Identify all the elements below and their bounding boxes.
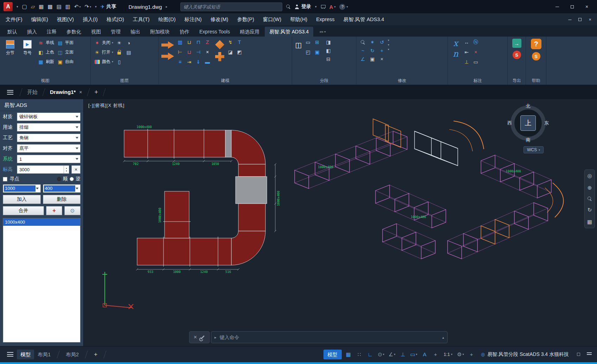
snap-icon[interactable]: ∷: [355, 350, 364, 359]
login-button[interactable]: 登录: [295, 4, 311, 10]
free-view-button[interactable]: ▣自由: [57, 58, 73, 66]
search-icon[interactable]: [286, 5, 291, 9]
command-input-box[interactable]: ▸ ▴: [211, 331, 448, 343]
cw-radio[interactable]: [57, 177, 61, 181]
layer-freeze-button[interactable]: ◑: [125, 39, 132, 47]
duct-z-icon[interactable]: Z: [204, 39, 211, 46]
menu-modify[interactable]: 修改(M): [211, 16, 229, 23]
osnap-icon[interactable]: ⊥: [399, 350, 407, 359]
ribbon-tab-collaborate[interactable]: 协作: [175, 27, 194, 37]
shading-button[interactable]: ◧上色: [37, 48, 54, 56]
app-logo[interactable]: A: [4, 2, 13, 11]
section-button[interactable]: 分节: [3, 39, 18, 78]
undo-icon[interactable]: ↶▾: [74, 4, 81, 10]
duct-riser-icon[interactable]: ⊔: [186, 39, 193, 46]
polar-tracking-icon[interactable]: ⊙▾: [377, 350, 385, 359]
model-space-toggle[interactable]: 模型: [323, 350, 342, 359]
new-layout-button[interactable]: +: [90, 350, 101, 359]
object-snap-icon[interactable]: ▭▾: [410, 350, 418, 359]
layer-color-button[interactable]: 颜色▾: [94, 58, 113, 66]
duct-drop-icon[interactable]: ⊓: [195, 39, 202, 46]
plot-icon[interactable]: ▤: [57, 4, 62, 10]
new-file-icon[interactable]: ▢: [22, 4, 27, 10]
draw-duct-icon[interactable]: [161, 41, 174, 49]
compass-east[interactable]: 东: [544, 120, 549, 126]
ribbon-tab-annotate[interactable]: 注释: [42, 27, 61, 37]
doc-restore-button[interactable]: [578, 17, 582, 22]
merge-button[interactable]: 合并: [3, 206, 44, 215]
elevation-spinner[interactable]: ▴▾: [64, 166, 69, 173]
close-button[interactable]: ×: [580, 1, 593, 12]
segment-corner-icon[interactable]: ◰: [304, 49, 312, 56]
app-store-cart-icon[interactable]: [321, 5, 326, 9]
lightning-icon[interactable]: ↯: [227, 39, 234, 46]
file-tabs-menu-icon[interactable]: [7, 90, 13, 95]
help-button[interactable]: ?▾: [339, 4, 348, 10]
save-icon[interactable]: ▦: [39, 4, 44, 10]
tab-close-icon[interactable]: ×: [79, 85, 82, 99]
panel-label-layer[interactable]: 图层: [91, 78, 158, 85]
ccw-radio[interactable]: [70, 177, 74, 181]
material-select[interactable]: 镀锌钢板: [17, 113, 81, 121]
list-item[interactable]: 1000x400: [3, 218, 80, 226]
duct-multi-icon[interactable]: ≡: [176, 58, 184, 65]
ribbon-tab-yizhi-ads[interactable]: 易智.风管 ADS3.4: [265, 27, 313, 37]
height-select[interactable]: 400: [43, 184, 81, 193]
open-file-icon[interactable]: ▱: [31, 4, 35, 10]
menu-file[interactable]: 文件(F): [6, 16, 23, 23]
dim-n-spiral-icon[interactable]: n: [451, 49, 461, 58]
ribbon-display-toggle[interactable]: ▭▾: [317, 27, 328, 37]
compass-west[interactable]: 西: [507, 120, 512, 126]
isodraft-icon[interactable]: ∠▾: [388, 350, 396, 359]
dim-number-icon[interactable]: Ⓝ: [472, 39, 479, 46]
close-commandline-icon[interactable]: ×: [194, 334, 197, 340]
wcs-button[interactable]: WCS▾: [524, 146, 544, 153]
dim-delete-icon[interactable]: ×: [472, 49, 479, 56]
rotate-ccw-icon[interactable]: ↺: [378, 39, 385, 46]
command-line-grip[interactable]: ×: [189, 331, 210, 343]
panel-label-export[interactable]: 导出: [508, 78, 526, 85]
menu-express[interactable]: Express: [316, 17, 334, 22]
elevation-view-button[interactable]: ◫立面: [57, 48, 73, 56]
share-button[interactable]: ✈共享: [101, 4, 116, 10]
layer-isolate-button[interactable]: ▯: [116, 58, 123, 66]
menu-dimension[interactable]: 标注(N): [184, 16, 201, 23]
layer-list-button[interactable]: ▤: [125, 48, 132, 56]
system-select[interactable]: 1: [17, 155, 81, 163]
panel-label-segment[interactable]: 分段: [292, 78, 356, 85]
modify-caret-1-icon[interactable]: ▾: [388, 39, 389, 42]
ribbon-tab-view[interactable]: 视图: [86, 27, 105, 37]
doc-minimize-button[interactable]: ─: [568, 17, 571, 22]
delete-button[interactable]: 删除: [43, 195, 81, 204]
zoom-match-icon[interactable]: [359, 39, 366, 46]
compass-north[interactable]: 北: [526, 103, 531, 109]
duct-down-icon[interactable]: ⇓: [195, 58, 202, 65]
elevation-input[interactable]: 3000 ▴▾: [17, 165, 69, 174]
qat-dropdown-icon[interactable]: ▾: [95, 5, 97, 8]
search-box[interactable]: [180, 2, 282, 11]
layer-lock-button[interactable]: [116, 48, 123, 56]
redo-icon[interactable]: ↷▾: [85, 4, 91, 10]
viewport-controls[interactable]: [-][俯视][X 射线]: [88, 102, 124, 109]
ribbon-tab-output[interactable]: 输出: [126, 27, 145, 37]
duct-cross-icon[interactable]: ×: [204, 49, 211, 56]
segment-fill-icon[interactable]: ▣: [314, 49, 321, 56]
modify-plus-icon[interactable]: +: [378, 47, 385, 54]
plugin-status[interactable]: ◎易智.风管分段 ScatADS 3.4 水猫科技: [481, 351, 569, 358]
export-s-icon[interactable]: S: [513, 51, 521, 59]
segment-left-icon[interactable]: ◧: [325, 47, 332, 54]
panel-label-dimension[interactable]: 标注: [448, 78, 507, 85]
rotate-cw-icon[interactable]: ↻: [369, 47, 376, 54]
wrench-icon[interactable]: [200, 335, 205, 339]
damper-icon[interactable]: [215, 40, 224, 49]
compass-south[interactable]: 南: [526, 137, 531, 143]
modify-caret-2-icon[interactable]: ▾: [388, 43, 389, 46]
maximize-button[interactable]: [565, 1, 579, 12]
tab-drawing1[interactable]: Drawing1*×: [48, 85, 84, 99]
panel-label-modeling[interactable]: 建模: [159, 78, 292, 85]
steering-wheel-icon[interactable]: ◎: [587, 173, 592, 179]
menu-view[interactable]: 视图(V): [57, 16, 74, 23]
duct-branch-icon[interactable]: ⊣: [195, 49, 202, 56]
settings-gear-icon[interactable]: ⚙▾: [456, 350, 465, 359]
number-guide-button[interactable]: ▶ 导号: [20, 39, 35, 78]
